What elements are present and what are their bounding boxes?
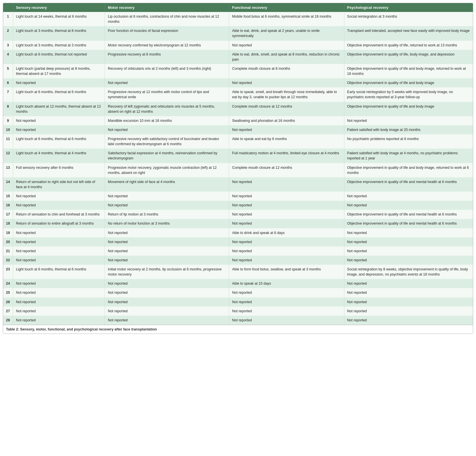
table-row: 11Light touch at 6 months, thermal at 6 … [3,134,473,149]
cell-psychological: Not reported [344,247,473,256]
cell-motor: Recovery of orbicularis oris at 2 months… [105,64,229,78]
cell-psychological: Not reported [344,116,473,125]
col-header-psychological: Psychological recovery [344,3,473,12]
cell-sensory: Light touch at 14 weeks, thermal at 6 mo… [13,12,105,26]
cell-motor: No return of motor function at 3 months [105,219,229,228]
cell-motor: Not reported [105,307,229,316]
cell-num: 3 [3,41,13,50]
cell-num: 17 [3,210,13,219]
cell-psychological: Not reported [344,192,473,201]
table-row: 19Not reportedNot reportedAble to drink … [3,228,473,237]
cell-psychological: Objective improvement in quality of life… [344,50,473,64]
cell-sensory: Light touch at 6 months, thermal at 6 mo… [13,87,105,102]
cell-sensory: Not reported [13,116,105,125]
cell-functional: Not reported [229,316,344,325]
cell-psychological: Objective improvement in quality of life… [344,177,473,192]
table-row: 22Not reportedNot reportedNot reportedNo… [3,256,473,265]
cell-functional: Not reported [229,219,344,228]
caption-bold: Table 2: Sensory, motor, functional, and… [6,327,157,331]
table-row: 23Light touch at 6 months, thermal at 6 … [3,265,473,279]
table-row: 17Return of sensation to chin and forehe… [3,210,473,219]
cell-psychological: Not reported [344,201,473,210]
cell-sensory: Return of sensation to right side but no… [13,177,105,192]
cell-num: 23 [3,265,13,279]
cell-num: 27 [3,307,13,316]
table-row: 20Not reportedNot reportedNot reportedNo… [3,237,473,247]
table-row: 14Return of sensation to right side but … [3,177,473,192]
cell-num: 24 [3,279,13,288]
cell-psychological: Transplant well tolerated, accepted new … [344,26,473,40]
cell-motor: Recovery of left zygomatic and orbicular… [105,102,229,116]
cell-motor: Not reported [105,247,229,256]
cell-num: 6 [3,78,13,87]
cell-sensory: Light touch at 6 months, thermal not rep… [13,50,105,64]
cell-sensory: Light touch absent at 12 months, thermal… [13,102,105,116]
cell-functional: Able to drink and speak at 6 days [229,228,344,237]
cell-num: 26 [3,297,13,307]
cell-motor: Not reported [105,297,229,307]
cell-motor: Movement of right side of face at 4 mont… [105,177,229,192]
cell-motor: Not reported [105,192,229,201]
cell-sensory: Light touch at 4 months, thermal at 4 mo… [13,149,105,163]
table-row: 4Light touch at 6 months, thermal not re… [3,50,473,64]
cell-num: 11 [3,134,13,149]
cell-functional: Not reported [229,41,344,50]
cell-functional: Not reported [229,297,344,307]
cell-num: 14 [3,177,13,192]
cell-sensory: Not reported [13,125,105,134]
cell-psychological: Not reported [344,279,473,288]
cell-functional: Not reported [229,125,344,134]
cell-num: 15 [3,192,13,201]
cell-functional: Not reported [229,78,344,87]
cell-functional: Full masticatory motion at 4 months, lim… [229,149,344,163]
table-row: 1Light touch at 14 weeks, thermal at 6 m… [3,12,473,26]
cell-sensory: Light touch (partial deep pressure) at 8… [13,64,105,78]
cell-motor: Satisfactory facial expression at 4 mont… [105,149,229,163]
cell-sensory: Light touch at 3 months, thermal at 3 mo… [13,41,105,50]
cell-psychological: Social reintegration by 8 weeks, objecti… [344,265,473,279]
cell-sensory: Not reported [13,247,105,256]
cell-sensory: Light touch at 3 months, thermal at 8 mo… [13,26,105,40]
cell-sensory: Not reported [13,297,105,307]
cell-psychological: Not reported [344,307,473,316]
cell-functional: Not reported [229,177,344,192]
cell-motor: Not reported [105,316,229,325]
table-row: 21Not reportedNot reportedNot reportedNo… [3,247,473,256]
cell-functional: Not reported [229,256,344,265]
col-header-functional: Functional recovery [229,3,344,12]
cell-num: 21 [3,247,13,256]
col-header-motor: Motor recovery [105,3,229,12]
cell-functional: Complete mouth closure at 12 months [229,102,344,116]
cell-num: 19 [3,228,13,237]
cell-num: 18 [3,219,13,228]
cell-psychological: Objective improvement in quality of life… [344,64,473,78]
cell-psychological: Not reported [344,237,473,247]
cell-functional: Not reported [229,192,344,201]
cell-motor: Poor function of muscles of facial expre… [105,26,229,40]
cell-sensory: Not reported [13,237,105,247]
table-row: 24Not reportedNot reportedAble to speak … [3,279,473,288]
cell-psychological: Patient satisfied with body image at 4 m… [344,149,473,163]
table-row: 15Not reportedNot reportedNot reportedNo… [3,192,473,201]
cell-num: 28 [3,316,13,325]
cell-sensory: Not reported [13,201,105,210]
cell-motor: Not reported [105,228,229,237]
cell-motor: Not reported [105,279,229,288]
cell-functional: Able to eat, drink, and speak at 2 years… [229,26,344,40]
cell-psychological: Objective improvement in quality of life… [344,78,473,87]
cell-motor: Not reported [105,125,229,134]
cell-sensory: Not reported [13,316,105,325]
cell-psychological: Not reported [344,288,473,297]
table-row: 16Not reportedNot reportedNot reportedNo… [3,201,473,210]
cell-num: 5 [3,64,13,78]
cell-num: 13 [3,163,13,177]
cell-num: 8 [3,102,13,116]
table-row: 2Light touch at 3 months, thermal at 8 m… [3,26,473,40]
cell-sensory: Not reported [13,256,105,265]
cell-psychological: Objective improvement in quality of life… [344,210,473,219]
cell-sensory: Light touch at 6 months, thermal at 6 mo… [13,265,105,279]
cell-motor: Not reported [105,256,229,265]
cell-functional: Not reported [229,288,344,297]
cell-functional: Able to form food bolus, swallow, and sp… [229,265,344,279]
cell-motor: Progressive recovery at 12 months with m… [105,87,229,102]
